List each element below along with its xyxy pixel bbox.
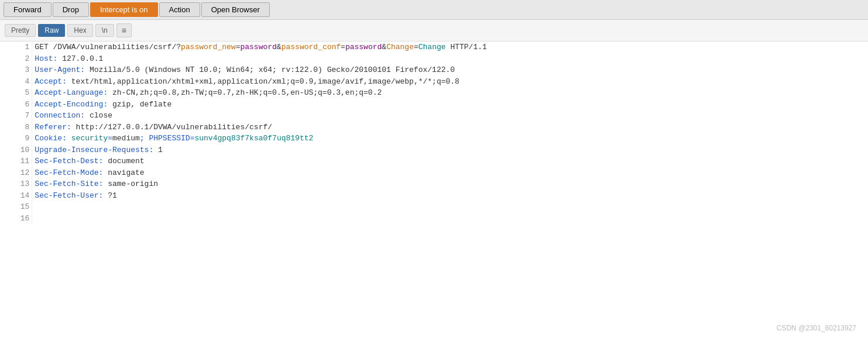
- toolbar-btn-action[interactable]: Action: [159, 2, 200, 17]
- toolbar-btn-open-browser[interactable]: Open Browser: [201, 2, 270, 17]
- code-token: Accept-Language:: [35, 88, 112, 97]
- code-token: 1: [158, 146, 163, 154]
- code-token: Change: [418, 43, 446, 51]
- line-number: 2: [0, 53, 32, 65]
- line-number: 10: [0, 144, 32, 156]
- view-btn-raw[interactable]: Raw: [38, 24, 65, 37]
- toolbar-btn-forward[interactable]: Forward: [4, 2, 52, 17]
- code-token: password: [240, 43, 276, 51]
- code-line-content: Sec-Fetch-Dest: document: [32, 156, 868, 167]
- code-token: close: [90, 111, 112, 120]
- code-token: Sec-Fetch-Site:: [35, 180, 108, 188]
- code-line-content: Connection: close: [32, 110, 868, 122]
- line-number: 13: [0, 178, 32, 190]
- code-token: same-origin: [108, 180, 158, 188]
- table-row: 9Cookie: security=medium; PHPSESSID=sunv…: [0, 133, 868, 144]
- code-token: zh-CN,zh;q=0.8,zh-TW;q=0.7,zh-HK;q=0.5,e…: [112, 88, 382, 97]
- line-number: 15: [0, 201, 32, 213]
- code-token: Mozilla/5.0 (Windows NT 10.0; Win64; x64…: [90, 65, 455, 74]
- table-row: 3User-Agent: Mozilla/5.0 (Windows NT 10.…: [0, 64, 868, 76]
- code-token: Sec-Fetch-User:: [35, 191, 108, 200]
- code-line-content: Cookie: security=medium; PHPSESSID=sunv4…: [32, 133, 868, 144]
- code-line-content: GET /DVWA/vulnerabilities/csrf/?password…: [32, 42, 868, 53]
- code-token: document: [108, 157, 144, 165]
- line-number: 7: [0, 110, 32, 122]
- line-number: 1: [0, 42, 32, 53]
- toolbar: ForwardDropIntercept is onActionOpen Bro…: [0, 0, 868, 20]
- code-token: =: [414, 43, 418, 51]
- code-token: Accept-Encoding:: [35, 100, 112, 109]
- code-token: ; PHPSESSID: [140, 134, 190, 143]
- code-token: navigate: [108, 168, 144, 177]
- table-row: 8Referer: http://127.0.0.1/DVWA/vulnerab…: [0, 122, 868, 133]
- view-btn--n[interactable]: \n: [95, 24, 114, 37]
- request-table: 1GET /DVWA/vulnerabilities/csrf/?passwor…: [0, 42, 868, 224]
- table-row: 14Sec-Fetch-User: ?1: [0, 190, 868, 202]
- code-token: password: [345, 43, 382, 51]
- code-token: &: [277, 43, 282, 51]
- code-line-content: [32, 213, 868, 225]
- code-line-content: Accept: text/html,application/xhtml+xml,…: [32, 76, 868, 88]
- line-number: 3: [0, 64, 32, 76]
- line-number: 6: [0, 99, 32, 111]
- code-line-content: Accept-Encoding: gzip, deflate: [32, 99, 868, 111]
- code-token: Upgrade-Insecure-Requests:: [35, 146, 158, 154]
- code-token: gzip, deflate: [112, 100, 171, 109]
- table-row: 10Upgrade-Insecure-Requests: 1: [0, 144, 868, 156]
- view-btn-pretty[interactable]: Pretty: [5, 24, 36, 37]
- code-token: HTTP/1.1: [446, 43, 487, 51]
- toolbar-btn-drop[interactable]: Drop: [53, 2, 89, 17]
- code-line-content: User-Agent: Mozilla/5.0 (Windows NT 10.0…: [32, 64, 868, 76]
- code-token: Referer:: [35, 123, 76, 132]
- table-row: 6Accept-Encoding: gzip, deflate: [0, 99, 868, 111]
- code-token: Sec-Fetch-Mode:: [35, 168, 108, 177]
- code-line-content: Sec-Fetch-User: ?1: [32, 190, 868, 202]
- code-line-content: Sec-Fetch-Site: same-origin: [32, 178, 868, 190]
- line-number: 4: [0, 76, 32, 88]
- code-token: http://127.0.0.1/DVWA/vulnerabilities/cs…: [76, 123, 272, 132]
- table-row: 16: [0, 213, 868, 225]
- view-btn--[interactable]: ≡: [116, 23, 132, 37]
- content-area: 1GET /DVWA/vulnerabilities/csrf/?passwor…: [0, 42, 868, 338]
- table-row: 1GET /DVWA/vulnerabilities/csrf/?passwor…: [0, 42, 868, 53]
- code-token: GET /DVWA/vulnerabilities/csrf/?: [35, 43, 181, 51]
- code-token: =: [341, 43, 345, 51]
- line-number: 11: [0, 156, 32, 167]
- toolbar-btn-intercept-is-on[interactable]: Intercept is on: [90, 2, 158, 17]
- code-token: medium: [112, 134, 140, 143]
- table-row: 12Sec-Fetch-Mode: navigate: [0, 167, 868, 179]
- table-row: 2Host: 127.0.0.1: [0, 53, 868, 65]
- code-token: 127.0.0.1: [62, 54, 103, 63]
- line-number: 16: [0, 213, 32, 225]
- view-btn-hex[interactable]: Hex: [67, 24, 92, 37]
- code-token: Accept:: [35, 77, 71, 86]
- code-line-content: Host: 127.0.0.1: [32, 53, 868, 65]
- code-token: ?1: [108, 191, 117, 200]
- code-token: User-Agent:: [35, 65, 90, 74]
- code-token: password_conf: [282, 43, 341, 51]
- table-row: 15: [0, 201, 868, 213]
- watermark: CSDN @2301_80213927: [777, 324, 856, 332]
- code-token: Change: [386, 43, 414, 51]
- table-row: 7Connection: close: [0, 110, 868, 122]
- code-token: password_new: [181, 43, 236, 51]
- view-bar: PrettyRawHex\n≡: [0, 20, 868, 42]
- code-line-content: Sec-Fetch-Mode: navigate: [32, 167, 868, 179]
- code-token: Host:: [35, 54, 62, 63]
- table-row: 5Accept-Language: zh-CN,zh;q=0.8,zh-TW;q…: [0, 87, 868, 99]
- code-line-content: [32, 201, 868, 213]
- line-number: 14: [0, 190, 32, 202]
- table-row: 11Sec-Fetch-Dest: document: [0, 156, 868, 167]
- code-token: Connection:: [35, 111, 90, 120]
- code-token: Sec-Fetch-Dest:: [35, 157, 108, 165]
- code-token: text/html,application/xhtml+xml,applicat…: [71, 77, 459, 86]
- code-token: &: [382, 43, 386, 51]
- table-row: 4Accept: text/html,application/xhtml+xml…: [0, 76, 868, 88]
- code-token: Cookie:: [35, 134, 71, 143]
- code-token: sunv4gpq83f7ksa0f7uq819tt2: [194, 134, 313, 143]
- line-number: 8: [0, 122, 32, 133]
- table-row: 13Sec-Fetch-Site: same-origin: [0, 178, 868, 190]
- code-token: =: [108, 134, 112, 143]
- code-line-content: Upgrade-Insecure-Requests: 1: [32, 144, 868, 156]
- code-line-content: Referer: http://127.0.0.1/DVWA/vulnerabi…: [32, 122, 868, 133]
